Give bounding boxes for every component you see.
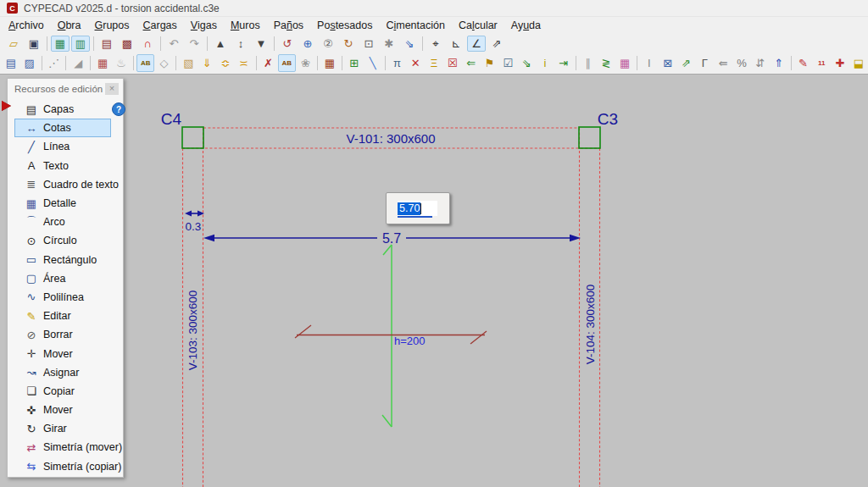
point-load-icon[interactable]: ⇓ bbox=[198, 54, 216, 72]
edit-properties-icon[interactable]: ☑ bbox=[499, 54, 517, 72]
info-depth-icon[interactable]: i bbox=[536, 54, 554, 72]
layer-up-icon[interactable]: ⇑ bbox=[770, 54, 787, 72]
add-detail-icon[interactable]: ⊠ bbox=[659, 54, 676, 72]
close-icon[interactable]: × bbox=[105, 83, 119, 95]
undo-icon[interactable]: ↶ bbox=[164, 36, 183, 52]
menu-archivo[interactable]: Archivo bbox=[2, 18, 51, 33]
zigzag-continuity-icon[interactable]: ≷ bbox=[598, 54, 615, 72]
help-icon[interactable]: ? bbox=[112, 102, 125, 116]
panel-item-girar[interactable]: ↻Girar bbox=[14, 419, 111, 438]
group-edit-mode-icon[interactable]: ▥ bbox=[71, 36, 90, 52]
section-cut-x-icon[interactable]: ✕ bbox=[407, 54, 425, 72]
beam-definition-icon[interactable]: ▦ bbox=[94, 54, 112, 72]
drawing-canvas[interactable]: C4 C3 V-101: 300x600 V-103: 300x600 V-10… bbox=[0, 75, 868, 487]
zoom-extents-icon[interactable]: ⊕ bbox=[298, 36, 317, 52]
panel-item-simetria-copiar[interactable]: ⇆Simetría (copiar) bbox=[14, 457, 111, 476]
beam-elevation-icon[interactable]: Ξ bbox=[426, 54, 443, 72]
panel-title-bar[interactable]: Recursos de edición × bbox=[8, 79, 123, 98]
open-file-icon[interactable]: ▱ bbox=[4, 36, 23, 52]
zoom-window-icon[interactable]: ⊡ bbox=[359, 36, 378, 52]
search-binoculars-icon[interactable]: ⌖ bbox=[426, 36, 445, 52]
menu-panos[interactable]: Paños bbox=[267, 18, 310, 33]
menu-ayuda[interactable]: Ayuda bbox=[504, 18, 548, 33]
dimension-value-input[interactable]: 5.70 bbox=[398, 201, 437, 216]
parallel-lines-icon[interactable]: ∥ bbox=[579, 54, 597, 72]
add-view-icon[interactable]: ⊞ bbox=[345, 54, 363, 72]
zoom-previous-icon[interactable]: ↺ bbox=[278, 36, 297, 52]
panel-item-linea[interactable]: ╱Línea bbox=[14, 137, 111, 156]
panel-item-editar[interactable]: ✎Editar bbox=[14, 307, 111, 325]
panel-item-asignar[interactable]: ↝Asignar bbox=[14, 363, 111, 382]
group-up-icon[interactable]: ▲ bbox=[211, 36, 230, 52]
menu-vigas[interactable]: Vigas bbox=[184, 18, 224, 33]
beam-edit-mode-icon[interactable]: ▦ bbox=[51, 36, 70, 52]
panel-item-copiar[interactable]: ❏Copiar bbox=[14, 382, 111, 401]
delete-reinforcement-icon[interactable]: ✗ bbox=[259, 54, 277, 72]
menu-obra[interactable]: Obra bbox=[51, 18, 88, 33]
menu-cargas[interactable]: Cargas bbox=[136, 18, 184, 33]
menu-calcular[interactable]: Calcular bbox=[452, 18, 504, 33]
ramps-icon[interactable]: ◢ bbox=[70, 54, 87, 72]
back-reference-icon[interactable]: ⇚ bbox=[715, 54, 732, 72]
save-icon[interactable]: ▣ bbox=[25, 36, 43, 52]
menu-muros[interactable]: Muros bbox=[224, 18, 267, 33]
align-beam-icon[interactable]: ⇐ bbox=[462, 54, 480, 72]
panel-item-capas[interactable]: ▤Capas bbox=[14, 100, 111, 119]
swap-levels-icon[interactable]: ⇵ bbox=[751, 54, 769, 72]
export-up-icon[interactable]: ⇗ bbox=[677, 54, 695, 72]
dxf-templates-icon[interactable]: ▤ bbox=[97, 36, 116, 52]
panel-item-mover[interactable]: ✜Mover bbox=[14, 401, 111, 419]
panel-item-texto[interactable]: ATexto bbox=[14, 157, 111, 175]
pan-icon[interactable]: ✱ bbox=[380, 36, 398, 52]
panel-item-area[interactable]: ▢Área bbox=[14, 269, 111, 288]
views-fan-icon[interactable]: ❀ bbox=[297, 54, 314, 72]
sprinklers-icon[interactable]: ♨ bbox=[113, 54, 131, 72]
edit-floor-plan-icon[interactable]: ▤ bbox=[3, 54, 20, 72]
openings-percent-icon[interactable]: % bbox=[733, 54, 751, 72]
panel-item-cuadro-de-texto[interactable]: ≣Cuadro de texto bbox=[14, 175, 111, 194]
panel-item-arco[interactable]: ⌒Arco bbox=[14, 213, 111, 231]
first-aid-check-icon[interactable]: ✚ bbox=[832, 54, 849, 72]
error-check-icon[interactable]: ☒ bbox=[443, 54, 461, 72]
panel-item-simetria-mover[interactable]: ⇄Simetría (mover) bbox=[14, 438, 111, 457]
flag-marker-icon[interactable]: ⚑ bbox=[481, 54, 498, 72]
linear-load-icon[interactable]: ≎ bbox=[217, 54, 235, 72]
axes-rotation-icon[interactable]: ⇗ bbox=[487, 36, 506, 52]
color-table-icon[interactable]: ▦ bbox=[616, 54, 634, 72]
surface-load-icon[interactable]: ≍ bbox=[235, 54, 253, 72]
column-c4-outline[interactable] bbox=[182, 127, 203, 148]
object-snap-magnet-icon[interactable]: ∩ bbox=[138, 36, 157, 52]
menu-cimentacion[interactable]: Cimentación bbox=[379, 18, 452, 33]
steel-section-icon[interactable]: I bbox=[641, 54, 659, 72]
door-entry-icon[interactable]: ⇥ bbox=[554, 54, 572, 72]
diagonal-guide-icon[interactable]: ╲ bbox=[364, 54, 381, 72]
frame-corner-icon[interactable]: Γ bbox=[696, 54, 714, 72]
panel-item-circulo[interactable]: ⊙Círculo bbox=[14, 231, 111, 250]
column-c3-outline[interactable] bbox=[579, 127, 600, 148]
coordinate-origin-icon[interactable]: ⊾ bbox=[447, 36, 465, 52]
panel-item-polilinea[interactable]: ∿Polilínea bbox=[14, 288, 111, 307]
section-cut-u-icon[interactable]: π bbox=[388, 54, 406, 72]
menu-grupos[interactable]: Grupos bbox=[88, 18, 136, 33]
last-folder-icon[interactable]: ⬓ bbox=[849, 54, 867, 72]
stairs-icon[interactable]: ⋰ bbox=[45, 54, 63, 72]
panel-item-borrar[interactable]: ⊘Borrar bbox=[14, 325, 111, 344]
wall-opening-icon[interactable]: ▦ bbox=[321, 54, 339, 72]
panel-item-cotas[interactable]: ↔Cotas bbox=[14, 119, 111, 137]
numbering-11-icon[interactable]: 11 bbox=[813, 54, 831, 72]
dimension-labels-icon[interactable]: AB bbox=[136, 54, 154, 72]
panel-item-detalle[interactable]: ▦Detalle bbox=[14, 194, 111, 213]
view-3d-box-icon[interactable]: ▧ bbox=[180, 54, 198, 72]
assign-direction-icon[interactable]: ⇘ bbox=[518, 54, 536, 72]
panel-item-rectangulo[interactable]: ▭Rectángulo bbox=[14, 251, 111, 269]
dxf-layers-icon[interactable]: ▩ bbox=[118, 36, 136, 52]
no-edit-pencil-icon[interactable]: ✎ bbox=[794, 54, 812, 72]
menu-postesados[interactable]: Postesados bbox=[310, 18, 379, 33]
send-view-icon[interactable]: ⇘ bbox=[400, 36, 419, 52]
group-select-icon[interactable]: ↕ bbox=[231, 36, 250, 52]
angle-reference-icon[interactable]: ∠ bbox=[467, 36, 486, 52]
zoom-x2-icon[interactable]: ② bbox=[319, 36, 337, 52]
edit-group-plan-icon[interactable]: ▨ bbox=[20, 54, 38, 72]
redo-icon[interactable]: ↷ bbox=[185, 36, 203, 52]
panel-item-mover-punto[interactable]: ✛Mover bbox=[14, 344, 111, 362]
